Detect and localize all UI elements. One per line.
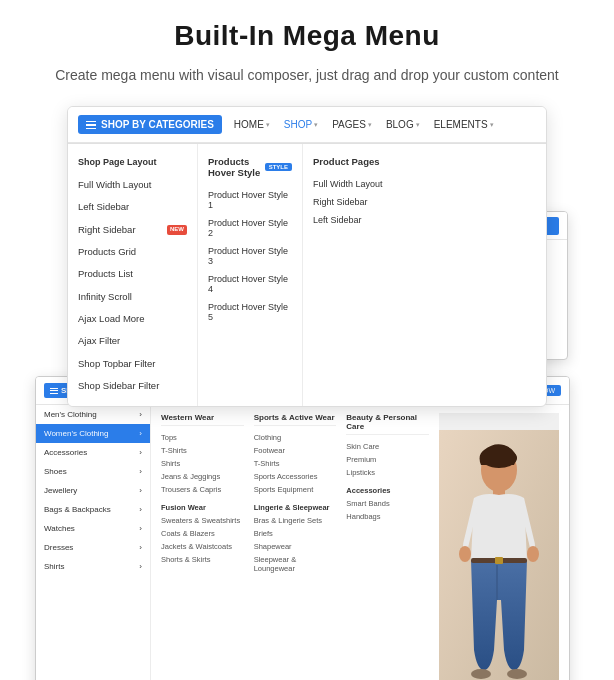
page-header: Built-In Mega Menu Create mega menu with…	[0, 0, 614, 96]
col-beauty: Beauty & Personal Care Skin Care Premium…	[346, 413, 429, 680]
sports-equipment[interactable]: Sports Equipment	[254, 483, 337, 496]
sidebar-item-products-grid[interactable]: Products Grid	[68, 241, 197, 263]
page-description: Create mega menu with visaul composer, j…	[30, 64, 584, 86]
sidebar-item-infinity-scroll[interactable]: Infinity Scroll	[68, 286, 197, 308]
sidebar-item-ajax-filter[interactable]: Ajax Filter	[68, 330, 197, 352]
svg-point-11	[459, 546, 471, 562]
nav-item-shop[interactable]: SHOP ▾	[284, 119, 318, 130]
page-right-sidebar[interactable]: Right Sidebar	[303, 193, 413, 211]
svg-point-12	[527, 546, 539, 562]
svg-point-15	[507, 669, 527, 679]
person-svg	[439, 430, 559, 680]
lingerie-shapewear[interactable]: Shapewear	[254, 540, 337, 553]
arrow-icon: ▾	[490, 121, 494, 129]
hover-style-2[interactable]: Product Hover Style 2	[198, 214, 302, 242]
western-tops[interactable]: Tops	[161, 431, 244, 444]
sports-clothing[interactable]: Clothing	[254, 431, 337, 444]
bl-shirts[interactable]: Shirts ›	[36, 557, 150, 576]
bl-watches[interactable]: Watches ›	[36, 519, 150, 538]
svg-point-9	[481, 448, 517, 468]
new-badge: NEW	[167, 225, 187, 235]
mega-menu: Shop Page Layout Full Width Layout Left …	[68, 143, 546, 405]
accessories-smart[interactable]: Smart Bands	[346, 497, 429, 510]
page-title: Built-In Mega Menu	[30, 20, 584, 52]
sidebar-item-full-width[interactable]: Full Width Layout	[68, 174, 197, 196]
screenshots-area: SHOP BY CATEGORIES HOME ▾ SHOP ▾ PAGES ▾…	[0, 96, 614, 616]
hover-style-column: Products Hover Style STYLE Product Hover…	[198, 144, 303, 405]
hover-style-5[interactable]: Product Hover Style 5	[198, 298, 302, 326]
hover-style-4[interactable]: Product Hover Style 4	[198, 270, 302, 298]
nav-bar: SHOP BY CATEGORIES HOME ▾ SHOP ▾ PAGES ▾…	[68, 107, 546, 143]
western-shirts[interactable]: Shirts	[161, 457, 244, 470]
sidebar-item-ajax-load[interactable]: Ajax Load More	[68, 308, 197, 330]
sports-tshirts[interactable]: T-Shirts	[254, 457, 337, 470]
logo-text: SHOP BY CATEGORIES	[101, 119, 214, 130]
bars3-icon	[50, 388, 58, 394]
lingerie-briefs[interactable]: Briefs	[254, 527, 337, 540]
beauty-premium[interactable]: Premium	[346, 453, 429, 466]
svg-rect-7	[439, 430, 559, 680]
svg-rect-17	[495, 557, 503, 564]
product-pages-column: Product Pages Full Width Layout Right Si…	[303, 144, 413, 405]
nav-item-blog[interactable]: BLOG ▾	[386, 119, 420, 130]
western-tshirts[interactable]: T-Shirts	[161, 444, 244, 457]
bl-accessories[interactable]: Accessories ›	[36, 443, 150, 462]
big-right: Western Wear Tops T-Shirts Shirts Jeans …	[151, 405, 569, 680]
bl-shoes[interactable]: Shoes ›	[36, 462, 150, 481]
svg-point-14	[471, 669, 491, 679]
page-left-sidebar[interactable]: Left Sidebar	[303, 211, 413, 229]
arrow-icon: ▾	[266, 121, 270, 129]
western-jeans[interactable]: Jeans & Jeggings	[161, 470, 244, 483]
bl-jewellery[interactable]: Jewellery ›	[36, 481, 150, 500]
big-dropdown: Men's Clothing › Women's Clothing › Acce…	[36, 405, 569, 680]
bl-mens[interactable]: Men's Clothing ›	[36, 405, 150, 424]
bl-womens[interactable]: Women's Clothing ›	[36, 424, 150, 443]
col-western: Western Wear Tops T-Shirts Shirts Jeans …	[161, 413, 244, 680]
sidebar-item-right-sidebar[interactable]: Right Sidebar NEW	[68, 219, 197, 241]
sidebar-item-products-list[interactable]: Products List	[68, 263, 197, 285]
big-left: Men's Clothing › Women's Clothing › Acce…	[36, 405, 151, 680]
nav-item-home[interactable]: HOME ▾	[234, 119, 270, 130]
sidebar-item-topbar-filter[interactable]: Shop Topbar Filter	[68, 353, 197, 375]
bl-dresses[interactable]: Dresses ›	[36, 538, 150, 557]
fusion-header: Fusion Wear	[161, 501, 244, 514]
sports-header: Sports & Active Wear	[254, 413, 337, 426]
arrow-icon: ▾	[416, 121, 420, 129]
svg-rect-16	[471, 558, 527, 563]
arrow-icon: ▾	[314, 121, 318, 129]
sports-footwear[interactable]: Footwear	[254, 444, 337, 457]
photo-area	[439, 413, 559, 680]
style-badge: STYLE	[265, 163, 292, 171]
svg-point-8	[481, 448, 517, 492]
bl-bags[interactable]: Bags & Backpacks ›	[36, 500, 150, 519]
sidebar-item-sidebar-filter[interactable]: Shop Sidebar Filter	[68, 375, 197, 397]
main-screenshot: SHOP BY CATEGORIES HOME ▾ SHOP ▾ PAGES ▾…	[67, 106, 547, 406]
hover-style-3[interactable]: Product Hover Style 3	[198, 242, 302, 270]
hover-style-1[interactable]: Product Hover Style 1	[198, 186, 302, 214]
col-sports: Sports & Active Wear Clothing Footwear T…	[254, 413, 337, 680]
beauty-lipsticks[interactable]: Lipsticks	[346, 466, 429, 479]
sports-accessories[interactable]: Sports Accessories	[254, 470, 337, 483]
bars-icon	[86, 121, 96, 130]
fusion-shorts[interactable]: Shorts & Skirts	[161, 553, 244, 566]
lingerie-bras[interactable]: Bras & Lingerie Sets	[254, 514, 337, 527]
lingerie-header: Lingerie & Sleepwear	[254, 501, 337, 514]
product-pages-header: Product Pages	[303, 152, 413, 175]
nav-items: HOME ▾ SHOP ▾ PAGES ▾ BLOG ▾ ELEMENTS ▾	[234, 119, 494, 130]
fusion-jackets[interactable]: Jackets & Waistcoats	[161, 540, 244, 553]
sidebar: Shop Page Layout Full Width Layout Left …	[68, 144, 198, 405]
beauty-header: Beauty & Personal Care	[346, 413, 429, 435]
arrow-icon: ▾	[368, 121, 372, 129]
accessories-header2: Accessories	[346, 484, 429, 497]
nav-item-elements[interactable]: ELEMENTS ▾	[434, 119, 494, 130]
svg-rect-10	[493, 488, 505, 498]
fusion-coats[interactable]: Coats & Blazers	[161, 527, 244, 540]
sidebar-item-left-sidebar[interactable]: Left Sidebar	[68, 196, 197, 218]
nav-item-pages[interactable]: PAGES ▾	[332, 119, 372, 130]
western-trousers[interactable]: Trousers & Capris	[161, 483, 244, 496]
page-full-width[interactable]: Full Width Layout	[303, 175, 413, 193]
fusion-sweaters[interactable]: Sweaters & Sweatshirts	[161, 514, 244, 527]
accessories-handbags[interactable]: Handbags	[346, 510, 429, 523]
lingerie-sleepwear[interactable]: Sleepwear & Loungewear	[254, 553, 337, 575]
beauty-skin[interactable]: Skin Care	[346, 440, 429, 453]
